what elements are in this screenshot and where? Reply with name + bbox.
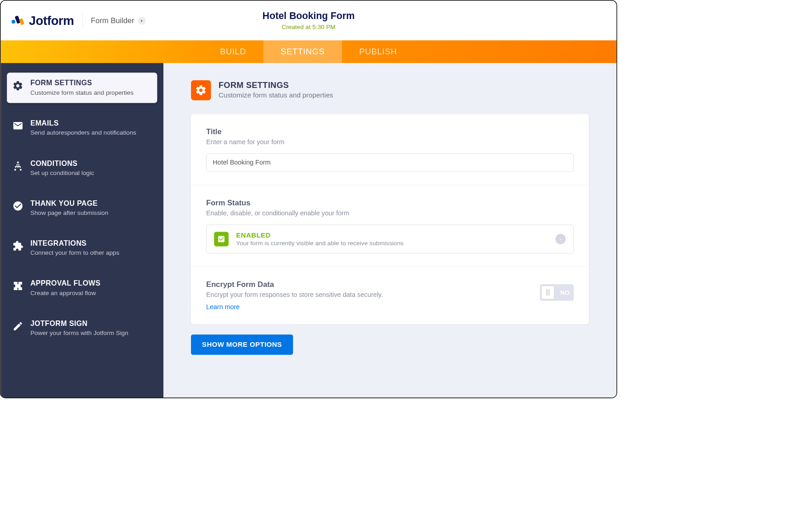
sidebar-item-label: EMAILS xyxy=(30,119,136,127)
learn-more-link[interactable]: Learn more xyxy=(206,304,240,311)
sidebar-item-label: THANK YOU PAGE xyxy=(30,199,108,207)
form-builder-dropdown[interactable]: Form Builder ▾ xyxy=(91,16,146,25)
sidebar-item-label: APPROVAL FLOWS xyxy=(30,279,101,287)
sidebar-item-thank-you[interactable]: THANK YOU PAGE Show page after submissio… xyxy=(7,193,157,223)
brand-logo[interactable]: Jotform xyxy=(11,13,74,28)
settings-sidebar: FORM SETTINGS Customize form status and … xyxy=(1,63,164,398)
sidebar-item-desc: Show page after submission xyxy=(30,209,108,217)
sidebar-item-desc: Create an approval flow xyxy=(30,289,101,297)
workflow-icon xyxy=(12,281,23,291)
app-header: Jotform Form Builder ▾ Hotel Booking For… xyxy=(1,1,616,40)
form-title-block: Hotel Booking Form Created at 5:30 PM xyxy=(263,10,355,31)
section-desc: Enter a name for your form xyxy=(206,138,573,146)
sidebar-item-integrations[interactable]: INTEGRATIONS Connect your form to other … xyxy=(7,233,157,263)
status-section: Form Status Enable, disable, or conditio… xyxy=(191,185,589,267)
status-label: ENABLED xyxy=(236,231,548,239)
sidebar-item-label: CONDITIONS xyxy=(30,159,94,167)
check-circle-icon xyxy=(12,200,23,211)
form-created-meta: Created at 5:30 PM xyxy=(263,24,355,31)
sidebar-item-label: JOTFORM SIGN xyxy=(30,319,128,327)
tab-publish[interactable]: PUBLISH xyxy=(342,40,414,63)
section-desc: Encrypt your form responses to store sen… xyxy=(206,291,529,299)
puzzle-icon xyxy=(12,241,23,252)
sidebar-item-label: FORM SETTINGS xyxy=(30,79,133,87)
main-content: FORM SETTINGS Customize form status and … xyxy=(163,63,616,398)
svg-rect-0 xyxy=(11,19,16,24)
sidebar-item-desc: Connect your form to other apps xyxy=(30,249,119,257)
signature-icon xyxy=(12,320,23,331)
section-label: Form Status xyxy=(206,199,573,208)
form-title: Hotel Booking Form xyxy=(263,10,355,21)
status-desc: Your form is currently visible and able … xyxy=(236,240,548,247)
brand-name: Jotform xyxy=(29,13,74,28)
sidebar-item-desc: Customize form status and properties xyxy=(30,88,133,97)
sidebar-item-label: INTEGRATIONS xyxy=(30,239,119,247)
form-status-selector[interactable]: ENABLED Your form is currently visible a… xyxy=(206,225,573,254)
sidebar-item-approval-flows[interactable]: APPROVAL FLOWS Create an approval flow xyxy=(7,273,157,303)
tab-settings[interactable]: SETTINGS xyxy=(264,40,342,63)
sidebar-item-form-settings[interactable]: FORM SETTINGS Customize form status and … xyxy=(7,73,157,103)
chevron-down-icon: ▾ xyxy=(138,16,146,24)
section-label: Title xyxy=(206,127,573,136)
section-label: Encrypt Form Data xyxy=(206,280,529,289)
gear-icon xyxy=(191,80,211,100)
sidebar-item-desc: Set up conditional logic xyxy=(30,169,94,177)
sidebar-item-conditions[interactable]: CONDITIONS Set up conditional logic xyxy=(7,153,157,183)
sidebar-item-emails[interactable]: EMAILS Send autoresponders and notificat… xyxy=(7,113,157,143)
enabled-icon xyxy=(214,232,229,246)
gear-icon xyxy=(12,80,23,91)
title-section: Title Enter a name for your form xyxy=(191,114,589,185)
jotform-logo-icon xyxy=(11,14,24,27)
branch-icon xyxy=(12,160,23,171)
chevron-right-icon: › xyxy=(555,234,566,244)
builder-label: Form Builder xyxy=(91,16,134,25)
toggle-handle-icon xyxy=(541,286,554,299)
form-title-input[interactable] xyxy=(206,153,573,172)
sidebar-item-jotform-sign[interactable]: JOTFORM SIGN Power your forms with Jotfo… xyxy=(7,313,157,344)
settings-card: Title Enter a name for your form Form St… xyxy=(191,114,589,325)
page-desc: Customize form status and properties xyxy=(219,91,333,99)
show-more-options-button[interactable]: SHOW MORE OPTIONS xyxy=(191,335,293,355)
header-divider xyxy=(82,14,83,27)
sidebar-item-desc: Power your forms with Jotform Sign xyxy=(30,329,128,337)
tab-build[interactable]: BUILD xyxy=(203,40,264,63)
page-title: FORM SETTINGS xyxy=(219,80,333,90)
section-desc: Enable, disable, or conditionally enable… xyxy=(206,209,573,217)
encrypt-toggle[interactable]: NO xyxy=(540,284,573,301)
sidebar-item-desc: Send autoresponders and notifications xyxy=(30,129,136,137)
main-tabbar: BUILD SETTINGS PUBLISH xyxy=(1,40,616,63)
envelope-icon xyxy=(12,120,23,131)
encrypt-section: Encrypt Form Data Encrypt your form resp… xyxy=(191,267,589,324)
toggle-label: NO xyxy=(560,289,570,296)
page-header: FORM SETTINGS Customize form status and … xyxy=(191,80,589,100)
